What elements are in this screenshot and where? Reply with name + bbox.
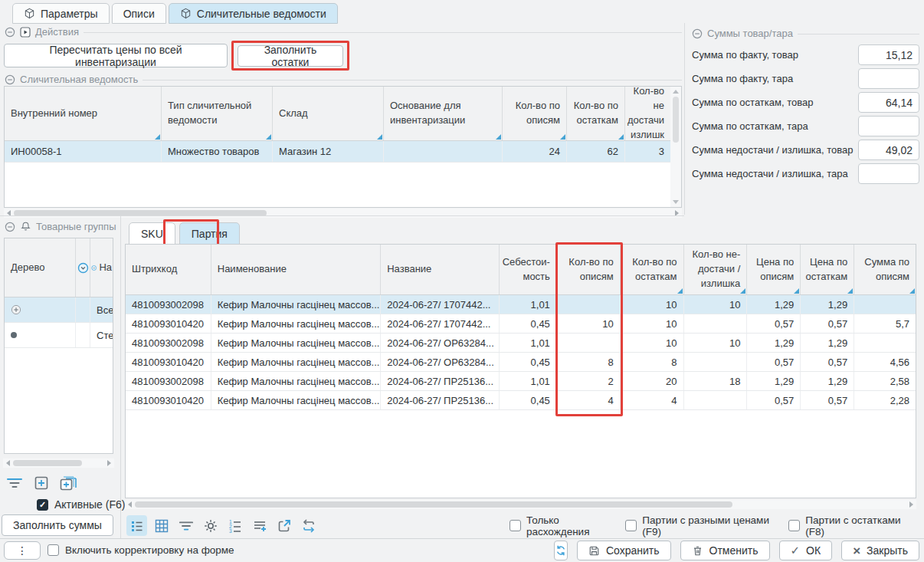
col-basis[interactable]: Основание для инвентаризации [384, 87, 503, 140]
sum-fact-tare-field[interactable] [858, 68, 919, 89]
statement-vertical-scrollbar[interactable] [670, 87, 681, 207]
sum-shortage-tare-field[interactable] [858, 163, 919, 184]
cell-qty-balances: 8 [621, 353, 684, 371]
only-discrepancies-checkbox[interactable] [510, 520, 521, 531]
statement-row[interactable]: ИН00058-1 Множество товаров Магазин 12 2… [5, 141, 670, 163]
active-checkbox[interactable]: ✓ [37, 499, 48, 511]
ok-button[interactable]: ✓ ОК [779, 541, 833, 560]
more-menu-button[interactable]: ⋮ [4, 541, 41, 560]
close-button[interactable]: × Закрыть [841, 541, 919, 560]
expand-all-icon[interactable] [60, 475, 78, 493]
col-sum-lists[interactable]: Сумма по описям [854, 245, 916, 294]
detail-row[interactable]: 4810093002098 Кефир Малочны гасцінец мас… [126, 334, 916, 353]
tree-leaf-icon [5, 323, 76, 347]
settings-gear-icon[interactable] [200, 515, 221, 536]
tab-sku[interactable]: SKU [129, 222, 175, 245]
tree-filter-icon[interactable] [76, 238, 90, 297]
col-price-balances[interactable]: Цена по остаткам [801, 245, 854, 294]
col-qty-shortage[interactable]: Кол-во не- достачи / излишка [684, 245, 748, 294]
detail-row[interactable]: 4810093010420 Кефир Малочны гасцінец мас… [126, 391, 916, 410]
groups-horizontal-scrollbar[interactable] [3, 458, 114, 468]
expand-node-icon[interactable] [34, 475, 49, 493]
save-button[interactable]: Сохранить [577, 541, 671, 560]
col-qty-lists[interactable]: Кол-во по описям [557, 245, 621, 294]
grid-view-icon[interactable] [151, 515, 172, 536]
detail-row[interactable]: 4810093002098 Кефир Малочны гасцінец мас… [126, 372, 916, 391]
tree-row-all[interactable]: Все [5, 297, 113, 323]
cell-qty-shortage [684, 314, 748, 333]
sum-balances-goods-field[interactable]: 64,14 [858, 92, 919, 113]
active-filter-row: ✓ Активные (F6) [37, 498, 125, 511]
detail-row[interactable]: 4810093010420 Кефир Малочны гасцінец мас… [126, 314, 916, 334]
detail-row[interactable]: 4810093002098 Кефир Малочны гасцінец мас… [126, 295, 916, 314]
col-name[interactable]: На [90, 238, 113, 297]
col-statement-type[interactable]: Тип сличительной ведомости [162, 87, 273, 140]
tab-batch[interactable]: Партия [179, 222, 240, 245]
cell-sum-lists [854, 295, 916, 314]
cell-qty-shortage: 3 [625, 141, 670, 162]
adjust-on-form-checkbox[interactable] [48, 544, 59, 556]
tab-comparison-statements[interactable]: Сличительные ведомости [169, 3, 338, 24]
tab-parameters[interactable]: Параметры [12, 3, 110, 24]
tree-row-glass[interactable]: Стекло [5, 323, 113, 348]
col-barcode[interactable]: Штрихкод [126, 245, 211, 294]
trash-icon [692, 545, 703, 557]
list-view-icon[interactable] [126, 515, 147, 536]
col-qty-lists[interactable]: Кол-во по описям [503, 87, 567, 140]
col-cost[interactable]: Себестои- мость [500, 245, 557, 294]
cell-cost: 1,01 [500, 334, 557, 352]
add-row-icon[interactable] [249, 515, 270, 536]
collapse-icon[interactable] [5, 27, 15, 38]
col-warehouse[interactable]: Склад [273, 87, 384, 140]
cancel-button[interactable]: Отменить [680, 541, 770, 560]
fill-sums-button[interactable]: Заполнить суммы [2, 514, 113, 536]
col-title[interactable]: Название [381, 245, 500, 294]
col-internal-number[interactable]: Внутренний номер [5, 87, 162, 140]
sum-label: Сумма недостачи / излишка, тара [692, 168, 848, 179]
tab-inventories[interactable]: Описи [112, 3, 166, 24]
cell-qty-shortage [684, 391, 748, 409]
reload-loop-icon[interactable] [298, 515, 319, 536]
sum-label: Сумма недостачи / излишка, товар [692, 144, 854, 156]
footer-buttons: Сохранить Отменить ✓ ОК × Закрыть [559, 541, 919, 560]
cell-qty-lists: 4 [557, 391, 621, 409]
fill-balances-button[interactable]: Заполнить остатки [238, 45, 343, 67]
detail-row[interactable]: 4810093010420 Кефир Малочны гасцінец мас… [126, 353, 916, 372]
cell-barcode: 4810093010420 [126, 353, 211, 371]
col-qty-balances[interactable]: Кол-во по остаткам [567, 87, 625, 140]
cell-title: 2024-06-27/ ПР25136... [381, 391, 500, 409]
sum-shortage-goods-field[interactable]: 49,02 [858, 140, 919, 160]
collapse-icon[interactable] [5, 222, 15, 232]
col-name[interactable]: Наименование [211, 245, 381, 294]
vertical-divider [120, 216, 121, 538]
numbered-list-icon[interactable]: 123 [224, 515, 245, 536]
col-qty-shortage[interactable]: Кол-во не достачи излишк [625, 87, 670, 140]
cell-title: 2024-06-27/ 1707442... [381, 295, 500, 314]
sum-fact-goods-field[interactable]: 15,12 [858, 44, 919, 65]
filter-icon[interactable] [175, 515, 196, 536]
play-box-icon [20, 27, 31, 38]
different-prices-checkbox[interactable] [625, 520, 637, 531]
tree-funnel-icon[interactable] [6, 477, 23, 491]
with-balances-checkbox[interactable] [788, 520, 800, 531]
col-qty-balances[interactable]: Кол-во по остаткам [621, 245, 684, 294]
cell-title: 2024-06-27/ ОР63284... [381, 353, 500, 371]
cell-price-balances: 0,57 [801, 391, 854, 409]
col-price-lists[interactable]: Цена по описям [747, 245, 801, 294]
recalc-prices-button[interactable]: Пересчитать цены по всей инвентаризации [4, 44, 228, 67]
check-icon: ✓ [791, 544, 801, 557]
refresh-button[interactable] [554, 541, 568, 560]
cube-icon [180, 8, 192, 19]
collapse-icon[interactable] [5, 74, 15, 85]
sum-label: Сумма по остаткам, тара [692, 120, 808, 132]
sum-balances-tare-field[interactable] [858, 116, 919, 136]
detail-horizontal-scrollbar[interactable] [125, 500, 916, 509]
collapse-icon[interactable] [692, 28, 703, 39]
open-external-icon[interactable] [274, 515, 294, 536]
cell-qty-balances: 20 [621, 372, 684, 390]
tree-expander-icon[interactable] [5, 297, 76, 322]
col-tree[interactable]: Дерево [5, 238, 76, 297]
statement-horizontal-scrollbar[interactable] [4, 209, 682, 218]
group-rule [143, 80, 682, 81]
cell-price-lists: 1,29 [747, 295, 801, 314]
